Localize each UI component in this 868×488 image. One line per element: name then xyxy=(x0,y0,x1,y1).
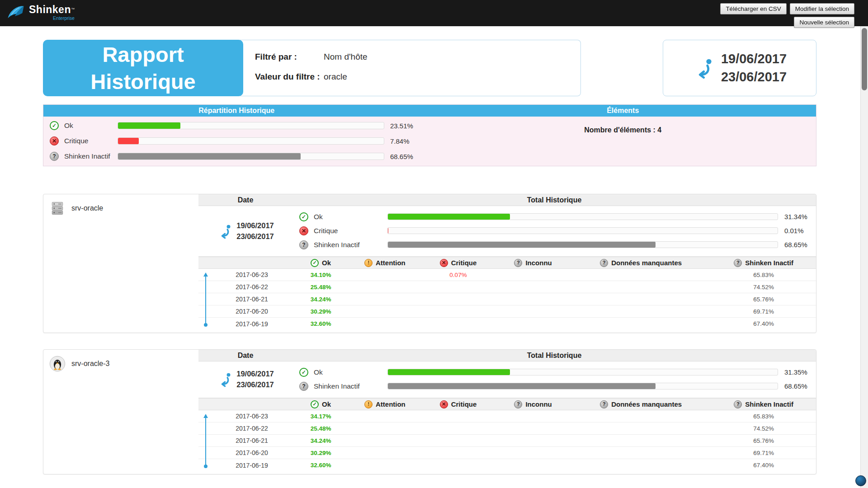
vertical-scrollbar[interactable] xyxy=(860,0,868,488)
value-ok: 34.24% xyxy=(292,296,349,303)
column-header-warn: !Attention xyxy=(349,399,421,410)
row-values: 34.17%65.83% xyxy=(292,410,816,422)
column-header-inactive: ?Shinken Inactif xyxy=(711,399,816,410)
period-cell: 19/06/201723/06/2017 xyxy=(198,206,292,256)
period-arrow-icon xyxy=(217,372,232,387)
period-arrow-icon xyxy=(693,57,714,79)
value-inactive: 67.40% xyxy=(711,462,816,469)
row-date: 2017-06-20 xyxy=(198,449,292,456)
daily-row: 2017-06-2030.29%69.71% xyxy=(198,305,816,318)
row-values: 32.60%67.40% xyxy=(292,318,816,330)
column-label: Données manquantes xyxy=(611,259,682,267)
daily-row: 2017-06-2030.29%69.71% xyxy=(198,447,816,459)
column-label: Ok xyxy=(322,259,331,267)
warning-icon: ! xyxy=(364,400,373,408)
status-label: Shinken Inactif xyxy=(314,241,387,249)
status-label: Critique xyxy=(64,137,118,145)
report-title-line1: Rapport xyxy=(102,41,184,68)
inactive-icon: ? xyxy=(734,259,742,267)
column-header-missing: ?Données manquantes xyxy=(571,257,712,268)
totals-bars: ✓Ok31.35%?Shinken Inactif68.65% xyxy=(292,361,816,398)
critical-icon: ✕ xyxy=(299,226,308,235)
daily-row: 2017-06-2334.10%0.07%65.83% xyxy=(198,269,816,281)
total-row: ✕Critique0.01% xyxy=(292,224,816,238)
progress-bar-track xyxy=(118,122,384,129)
column-label: Shinken Inactif xyxy=(745,400,793,408)
percent-value: 68.65% xyxy=(778,241,816,249)
row-date: 2017-06-23 xyxy=(198,413,292,420)
row-date: 2017-06-21 xyxy=(198,296,292,303)
progress-bar-track xyxy=(118,153,384,160)
floating-shinken-widget[interactable] xyxy=(855,475,866,486)
column-header-crit: ✕Critique xyxy=(421,257,496,268)
value-inactive: 69.71% xyxy=(711,308,816,315)
progress-bar-fill xyxy=(118,138,139,144)
total-column-header: Total Historique xyxy=(292,194,816,206)
report-title: Rapport Historique xyxy=(43,40,243,96)
ok-icon: ✓ xyxy=(299,368,308,377)
value-ok: 34.17% xyxy=(292,413,349,420)
row-values: 32.60%67.40% xyxy=(292,459,816,471)
host-name: srv-oracle xyxy=(71,204,103,212)
summary-panel: Répartition Historique Éléments ✓Ok23.51… xyxy=(43,104,816,166)
filter-panel: Filtré par : Nom d'hôte Valeur du filtre… xyxy=(240,40,581,96)
period-end-date: 23/06/2017 xyxy=(236,380,274,390)
column-header-inactive: ?Shinken Inactif xyxy=(711,257,816,268)
value-inactive: 74.52% xyxy=(711,425,816,432)
filter-by-value: Nom d'hôte xyxy=(324,52,580,62)
period-selector[interactable]: 19/06/2017 23/06/2017 xyxy=(663,40,816,96)
status-columns-header: ✓Ok!Attention✕Critique?Inconnu?Données m… xyxy=(198,257,816,269)
status-label: Critique xyxy=(314,227,387,235)
critical-icon: ✕ xyxy=(50,136,59,145)
period-dates: 19/06/201723/06/2017 xyxy=(236,221,274,242)
column-header-ok: ✓Ok xyxy=(292,257,349,268)
scrollbar-thumb[interactable] xyxy=(862,28,867,90)
period-end-date: 23/06/2017 xyxy=(721,68,787,86)
period-start-date: 19/06/2017 xyxy=(236,369,274,380)
row-date: 2017-06-22 xyxy=(198,425,292,432)
progress-bar-fill xyxy=(118,122,180,129)
topbar-actions-row-2: Nouvelle sélection xyxy=(794,17,854,28)
value-ok: 25.48% xyxy=(292,284,349,291)
column-label: Attention xyxy=(376,400,406,408)
row-values: 30.29%69.71% xyxy=(292,447,816,459)
period-dates: 19/06/201723/06/2017 xyxy=(236,369,274,390)
value-inactive: 65.76% xyxy=(711,437,816,444)
period-cell: 19/06/201723/06/2017 xyxy=(198,361,292,398)
row-values: 25.48%74.52% xyxy=(292,422,816,434)
unknown-icon: ? xyxy=(514,400,522,408)
host-table: DateTotal Historique19/06/201723/06/2017… xyxy=(198,350,816,474)
timeline-arrow xyxy=(205,416,206,466)
period-end-date: 23/06/2017 xyxy=(236,231,274,242)
row-date: 2017-06-23 xyxy=(198,271,292,278)
value-inactive: 74.52% xyxy=(711,284,816,291)
host-card: srv-oracle-3DateTotal Historique19/06/20… xyxy=(43,349,816,474)
status-label: Ok xyxy=(314,368,387,376)
shinken-logo[interactable]: Shinken™ Enterprise xyxy=(5,3,75,23)
progress-bar-track xyxy=(387,241,778,248)
brand-name: Shinken xyxy=(29,4,71,15)
value-inactive: 65.83% xyxy=(711,413,816,420)
date-column-header: Date xyxy=(198,350,292,361)
download-csv-button[interactable]: Télécharger en CSV xyxy=(720,3,786,14)
unknown-icon: ? xyxy=(514,259,522,267)
summary-header: Répartition Historique Éléments xyxy=(43,105,816,117)
value-crit: 0.07% xyxy=(421,272,496,278)
column-header-missing: ?Données manquantes xyxy=(571,399,712,410)
brand-subtitle: Enterprise xyxy=(29,16,75,21)
timeline-arrow xyxy=(205,274,206,325)
column-header-crit: ✕Critique xyxy=(421,399,496,410)
inactive-icon: ? xyxy=(50,152,59,161)
column-label: Critique xyxy=(451,400,477,408)
ok-icon: ✓ xyxy=(50,121,59,130)
row-date: 2017-06-21 xyxy=(198,437,292,444)
row-values: 34.24%65.76% xyxy=(292,435,816,446)
host-info: srv-oracle-3 xyxy=(43,350,198,372)
value-ok: 34.24% xyxy=(292,437,349,444)
column-label: Ok xyxy=(322,400,331,408)
modify-selection-button[interactable]: Modifier la sélection xyxy=(790,3,854,14)
percent-value: 68.65% xyxy=(390,153,413,160)
warning-icon: ! xyxy=(364,259,373,267)
daily-rows: 2017-06-2334.10%0.07%65.83%2017-06-2225.… xyxy=(198,269,816,330)
new-selection-button[interactable]: Nouvelle sélection xyxy=(794,17,854,28)
